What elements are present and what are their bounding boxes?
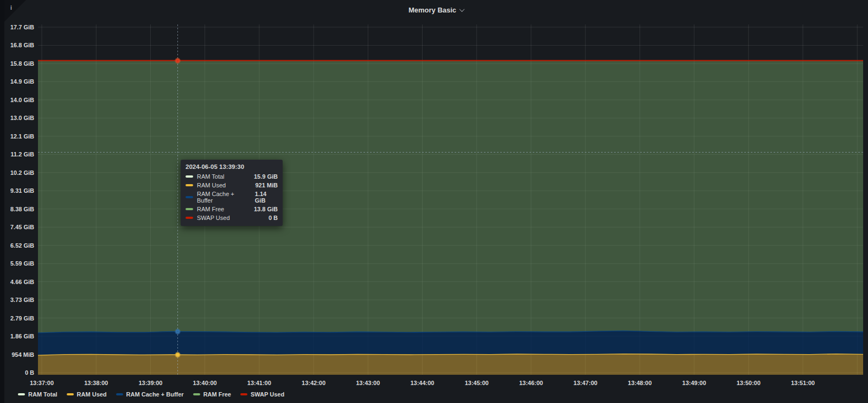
- y-axis-label: 6.52 GiB: [4, 242, 34, 249]
- x-axis-label: 13:47:00: [566, 380, 605, 386]
- y-axis-label: 14.0 GiB: [4, 97, 34, 103]
- y-axis-label: 0 B: [4, 369, 34, 376]
- x-axis-label: 13:43:00: [348, 380, 387, 386]
- y-axis-label: 12.1 GiB: [4, 133, 34, 140]
- legend-color-swatch: [67, 393, 74, 395]
- x-axis-label: 13:39:00: [131, 380, 170, 386]
- y-axis-label: 2.79 GiB: [4, 315, 34, 322]
- x-axis-label: 13:41:00: [240, 380, 279, 386]
- y-axis-label: 11.2 GiB: [4, 151, 34, 158]
- x-axis-label: 13:49:00: [675, 380, 714, 386]
- x-axis-label: 13:37:00: [22, 380, 61, 386]
- y-axis-label: 17.7 GiB: [4, 24, 34, 30]
- memory-chart-svg: [4, 0, 868, 403]
- y-axis-label: 1.86 GiB: [4, 333, 34, 339]
- x-axis-label: 13:45:00: [457, 380, 496, 386]
- hover-point-swap-used: [176, 59, 180, 62]
- y-axis-label: 14.9 GiB: [4, 78, 34, 85]
- legend-color-swatch: [240, 393, 247, 395]
- y-axis-label: 13.0 GiB: [4, 115, 34, 121]
- y-axis-label: 3.73 GiB: [4, 297, 34, 303]
- legend-color-swatch: [116, 393, 123, 395]
- legend-item-ram-cache-buffer[interactable]: RAM Cache + Buffer: [116, 391, 184, 398]
- y-axis-label: 4.66 GiB: [4, 279, 34, 285]
- x-axis-label: 13:51:00: [783, 380, 822, 386]
- legend-item-ram-free[interactable]: RAM Free: [193, 391, 231, 398]
- legend-label: RAM Free: [203, 391, 231, 398]
- x-axis-label: 13:50:00: [729, 380, 768, 386]
- legend-label: SWAP Used: [251, 391, 284, 398]
- x-axis-label: 13:40:00: [186, 380, 225, 386]
- chart-legend: RAM TotalRAM UsedRAM Cache + BufferRAM F…: [18, 391, 284, 398]
- memory-basic-panel: i Memory Basic 17.7 GiB16.8 GiB15.8 GiB1…: [4, 0, 868, 403]
- y-axis-label: 954 MiB: [4, 351, 34, 358]
- x-axis-label: 13:44:00: [403, 380, 442, 386]
- y-axis-label: 7.45 GiB: [4, 224, 34, 230]
- y-axis-label: 16.8 GiB: [4, 42, 34, 48]
- ram-used-area: [38, 354, 863, 375]
- legend-label: RAM Used: [77, 391, 107, 398]
- legend-item-ram-total[interactable]: RAM Total: [18, 391, 58, 398]
- hover-point-ram-used: [176, 353, 180, 357]
- hover-point-ram-cache-buffer: [176, 330, 180, 333]
- ram-cache-buffer-area: [38, 331, 863, 355]
- y-axis-label: 9.31 GiB: [4, 187, 34, 194]
- x-axis-label: 13:38:00: [76, 380, 116, 386]
- x-axis-label: 13:48:00: [620, 380, 659, 386]
- y-axis-label: 8.38 GiB: [4, 206, 34, 212]
- y-axis-label: 15.8 GiB: [4, 60, 34, 67]
- legend-item-ram-used[interactable]: RAM Used: [67, 391, 107, 398]
- x-axis-label: 13:42:00: [294, 380, 333, 386]
- legend-color-swatch: [18, 393, 25, 395]
- legend-color-swatch: [193, 393, 200, 395]
- x-axis-label: 13:46:00: [512, 380, 551, 386]
- legend-label: RAM Total: [28, 391, 58, 398]
- legend-item-swap-used[interactable]: SWAP Used: [240, 391, 284, 398]
- y-axis-label: 10.2 GiB: [4, 169, 34, 176]
- ram-free-area: [38, 61, 863, 333]
- legend-label: RAM Cache + Buffer: [126, 391, 184, 398]
- y-axis-label: 5.59 GiB: [4, 260, 34, 267]
